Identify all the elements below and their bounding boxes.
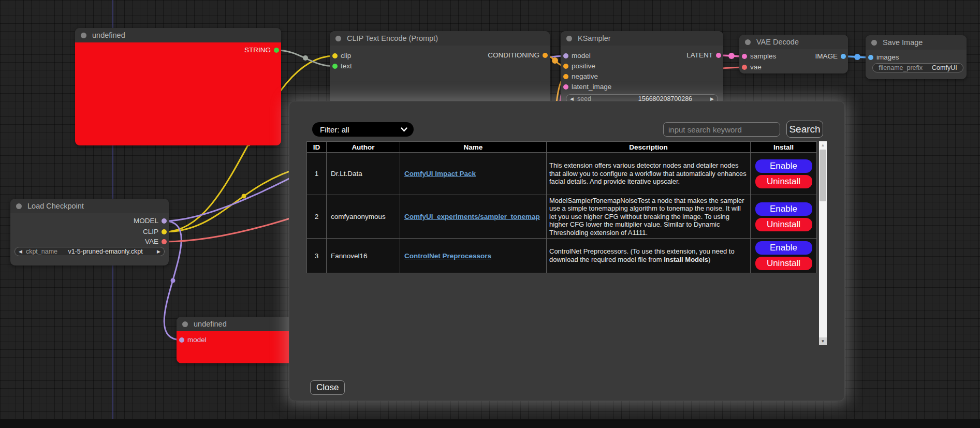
table-scrollbar[interactable]: ▲ ▼ [819, 141, 827, 345]
filter-select-value: Filter: all [320, 125, 349, 134]
node-title: VAE Decode [756, 38, 799, 46]
collapse-dot[interactable] [871, 40, 877, 46]
ext-link[interactable]: ComfyUI_experiments/sampler_tonemap [404, 213, 540, 220]
chevron-down-icon [401, 127, 407, 132]
output-port-image[interactable] [841, 54, 846, 59]
ext-author: comfyanonymous [327, 195, 400, 239]
header-install: Install [751, 142, 817, 153]
uninstall-button[interactable]: Uninstall [755, 218, 812, 231]
widget-value: v1-5-pruned-emaonly.ckpt [68, 248, 142, 255]
scrollbar-thumb[interactable] [820, 150, 826, 201]
input-label: model [187, 335, 207, 345]
output-port-conditioning[interactable] [543, 53, 548, 58]
input-port-vae[interactable] [742, 65, 747, 70]
enable-button[interactable]: Enable [755, 202, 812, 216]
node-save-image[interactable]: Save Image images filename_prefixComfyUI [866, 35, 967, 79]
ext-description: ModelSamplerTonemapNoiseTest a node that… [547, 195, 751, 239]
collapse-dot[interactable] [81, 33, 86, 38]
output-label: IMAGE [815, 52, 838, 61]
output-label: CLIP [143, 227, 158, 237]
output-label: STRING [244, 46, 271, 55]
table-row: 1 Dr.Lt.Data ComfyUI Impact Pack This ex… [307, 153, 817, 195]
node-title: undefined [92, 31, 125, 39]
comfyui-manager-dialog: Filter: all Search ID Author Name Descri… [289, 101, 845, 401]
search-button[interactable]: Search [786, 121, 823, 138]
enable-button[interactable]: Enable [755, 159, 812, 173]
node-ksampler[interactable]: KSampler model positive negative latent_… [561, 31, 723, 105]
ckpt-name-widget[interactable]: ◀ckpt_namev1-5-pruned-emaonly.ckpt▶ [14, 247, 165, 256]
ckpt-next-arrow[interactable]: ▶ [153, 247, 164, 256]
search-input[interactable] [663, 122, 780, 137]
ext-author: Dr.Lt.Data [327, 153, 400, 195]
ext-id: 2 [307, 195, 327, 239]
node-load-checkpoint[interactable]: Load Checkpoint MODEL CLIP VAE ◀ckpt_nam… [10, 199, 169, 265]
input-label: latent_image [572, 82, 611, 92]
ext-link[interactable]: ComfyUI Impact Pack [404, 170, 476, 178]
error-node-body [75, 42, 281, 145]
ext-link[interactable]: ControlNet Preprocessors [404, 252, 491, 260]
extensions-table: ID Author Name Description Install 1 Dr.… [306, 141, 817, 273]
collapse-dot[interactable] [745, 39, 751, 45]
header-id: ID [307, 142, 327, 153]
input-label: text [341, 62, 352, 71]
collapse-dot[interactable] [182, 321, 188, 327]
node-clip-text-encode[interactable]: CLIP Text Encode (Prompt) clip text COND… [330, 31, 550, 109]
table-row: 2 comfyanonymous ComfyUI_experiments/sam… [307, 195, 817, 239]
output-label: MODEL [134, 216, 158, 226]
header-name: Name [400, 142, 547, 153]
input-port-negative[interactable] [563, 74, 568, 79]
node-vae-decode[interactable]: VAE Decode samples vae IMAGE [739, 35, 848, 73]
ckpt-prev-arrow[interactable]: ◀ [15, 247, 26, 256]
output-port-clip[interactable] [162, 229, 167, 234]
output-port-string[interactable] [274, 48, 279, 53]
collapse-dot[interactable] [16, 203, 22, 209]
input-port-positive[interactable] [563, 64, 568, 69]
node-title: Save Image [883, 38, 923, 47]
input-label: positive [572, 62, 595, 71]
scroll-up-icon[interactable]: ▲ [819, 141, 827, 149]
input-port-text[interactable] [332, 64, 338, 69]
filter-select[interactable]: Filter: all [312, 122, 414, 137]
widget-value: ComfyUI [932, 64, 957, 71]
ext-id: 1 [307, 153, 327, 195]
widget-label: filename_prefix [879, 64, 923, 71]
output-label: VAE [145, 237, 158, 246]
header-author: Author [327, 142, 400, 153]
output-port-model[interactable] [162, 218, 167, 224]
widget-label: ckpt_name [26, 248, 57, 255]
ext-description: This extension offers various detector n… [547, 153, 751, 195]
input-label: negative [572, 72, 598, 81]
output-label: LATENT [686, 51, 713, 60]
input-port-latent-image[interactable] [563, 84, 568, 90]
header-description: Description [547, 142, 751, 153]
input-label: vae [750, 63, 762, 72]
collapse-dot[interactable] [566, 36, 572, 41]
output-port-latent[interactable] [716, 53, 721, 58]
close-button[interactable]: Close [310, 380, 345, 395]
node-title: KSampler [578, 34, 611, 42]
table-header-row: ID Author Name Description Install [307, 142, 817, 153]
node-undefined-top[interactable]: undefined STRING [75, 28, 281, 145]
filename-prefix-widget[interactable]: filename_prefixComfyUI [872, 63, 963, 72]
enable-button[interactable]: Enable [755, 241, 812, 255]
output-label: CONDITIONING [488, 51, 539, 60]
table-row: 3 Fannovel16 ControlNet Preprocessors Co… [307, 239, 817, 273]
uninstall-button[interactable]: Uninstall [755, 257, 812, 270]
output-port-vae[interactable] [162, 239, 167, 244]
input-port-images[interactable] [868, 55, 873, 60]
uninstall-button[interactable]: Uninstall [755, 175, 812, 188]
collapse-dot[interactable] [335, 36, 341, 41]
ext-author: Fannovel16 [327, 239, 400, 273]
ext-description: ControlNet Preprocessors. (To use this e… [547, 239, 751, 273]
node-title: undefined [194, 320, 227, 328]
input-port-model[interactable] [179, 337, 184, 343]
node-title: Load Checkpoint [27, 202, 84, 210]
ext-id: 3 [307, 239, 327, 273]
scroll-down-icon[interactable]: ▼ [819, 337, 827, 345]
node-title: CLIP Text Encode (Prompt) [347, 34, 438, 42]
input-label: images [876, 53, 899, 62]
